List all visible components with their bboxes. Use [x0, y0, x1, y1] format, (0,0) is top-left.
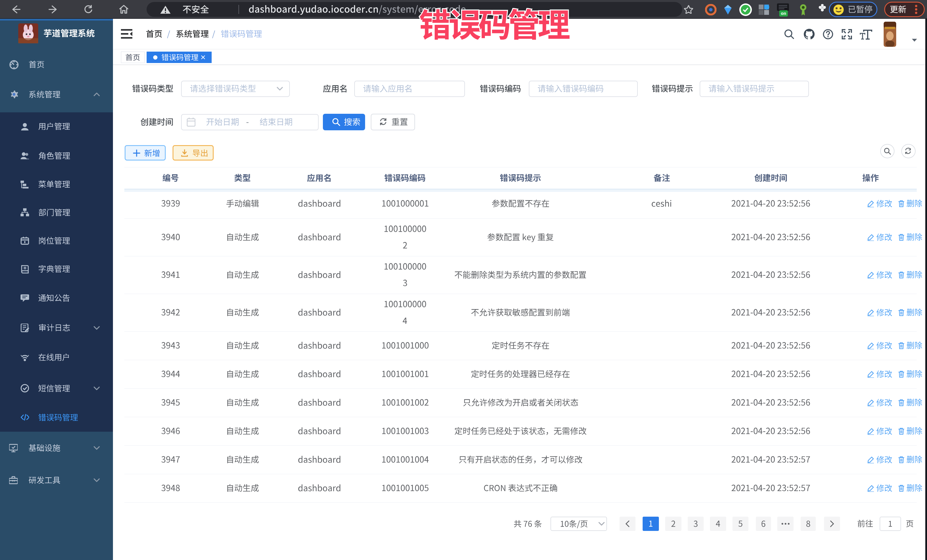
svg-text:on: on [781, 11, 786, 16]
